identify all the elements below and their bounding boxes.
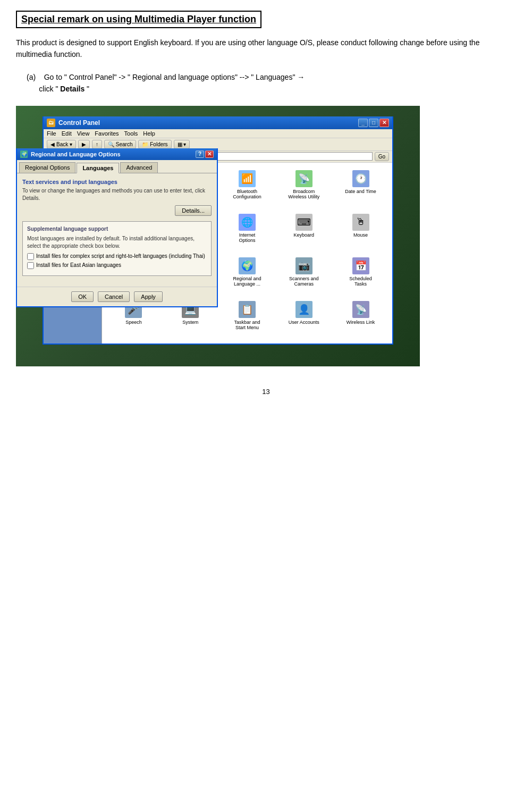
- instruction-a: (a) Go to " Control Panel" -> " Regional…: [27, 71, 516, 95]
- cp-icon-internet-options[interactable]: 🌐 InternetOptions: [221, 212, 274, 251]
- cp-icon-bluetooth[interactable]: 📶 BluetoothConfiguration: [221, 168, 274, 207]
- cp-titlebar: 🗂 Control Panel _ □ ✕: [44, 116, 392, 129]
- apply-button[interactable]: Apply: [134, 291, 163, 302]
- screenshot-container: 🗂 Control Panel _ □ ✕ File Edit View Fav…: [16, 106, 420, 366]
- cp-icon-user-accounts[interactable]: 👤 User Accounts: [277, 299, 330, 338]
- cp-icon-date-time[interactable]: 🕐 Date and Time: [334, 168, 387, 207]
- broadcom-icon: 📡: [295, 170, 313, 187]
- cp-icon-scanners-cameras[interactable]: 📷 Scanners andCameras: [277, 255, 330, 295]
- cp-minimize-button[interactable]: _: [358, 119, 368, 127]
- cp-icon-taskbar[interactable]: 📋 Taskbar andStart Menu: [221, 299, 274, 338]
- details-button-container: Details...: [22, 205, 212, 216]
- dialog-help-button[interactable]: ?: [196, 150, 204, 158]
- tab-advanced[interactable]: Advanced: [120, 162, 158, 173]
- text-services-section: Text services and input languages To vie…: [22, 179, 212, 216]
- wireless-link-icon: 📡: [352, 301, 369, 318]
- cp-icon-keyboard[interactable]: ⌨ Keyboard: [277, 212, 330, 251]
- search-button[interactable]: 🔍 Search: [104, 140, 136, 149]
- page-container: Special remark on using Multimedia Playe…: [16, 11, 516, 396]
- go-button[interactable]: Go: [375, 152, 389, 161]
- date-time-icon: 🕐: [352, 170, 369, 187]
- cp-icon-broadcom[interactable]: 📡 BroadcomWireless Utility: [277, 168, 330, 207]
- cp-icon-mouse[interactable]: 🖱 Mouse: [334, 212, 387, 251]
- supplemental-text: Most languages are installed by default.…: [27, 235, 207, 250]
- cp-window-buttons: _ □ ✕: [358, 119, 389, 127]
- tab-languages[interactable]: Languages: [77, 163, 119, 173]
- tab-regional-options[interactable]: Regional Options: [19, 162, 75, 173]
- supplemental-title: Supplemental language support: [27, 226, 207, 232]
- dialog-title-icon: 🌍: [20, 150, 28, 158]
- complex-script-label: Install files for complex script and rig…: [36, 253, 205, 259]
- forward-button[interactable]: ▶: [78, 140, 90, 149]
- folders-button[interactable]: 📁 Folders: [138, 140, 171, 149]
- menu-edit[interactable]: Edit: [62, 130, 72, 137]
- cp-icon-regional-language[interactable]: 🌍 Regional andLanguage ...: [221, 255, 274, 295]
- up-button[interactable]: ↑: [92, 140, 102, 149]
- complex-script-checkbox[interactable]: [27, 253, 34, 260]
- back-icon: ◀: [50, 141, 55, 147]
- dialog-titlebar: 🌍 Regional and Language Options ? ✕: [17, 148, 217, 160]
- checkbox-complex-script: Install files for complex script and rig…: [27, 253, 207, 260]
- menu-view[interactable]: View: [77, 130, 90, 137]
- dialog-footer: OK Cancel Apply: [17, 287, 217, 306]
- dialog-content: Text services and input languages To vie…: [17, 173, 217, 287]
- regional-language-icon: 🌍: [239, 257, 256, 274]
- cp-maximize-button[interactable]: □: [369, 119, 378, 127]
- scanners-cameras-icon: 📷: [295, 257, 313, 274]
- regional-language-dialog: 🌍 Regional and Language Options ? ✕ Regi…: [16, 148, 218, 307]
- ok-button[interactable]: OK: [71, 291, 94, 302]
- menu-help[interactable]: Help: [143, 130, 155, 137]
- details-bold: Details: [60, 85, 85, 93]
- arrow-icon: →: [297, 73, 305, 81]
- page-number: 13: [16, 388, 516, 396]
- cp-icon-scheduled-tasks[interactable]: 📅 ScheduledTasks: [334, 255, 387, 295]
- scheduled-tasks-icon: 📅: [352, 257, 369, 274]
- cp-window-icon: 🗂: [47, 119, 55, 127]
- intro-paragraph: This product is designed to support Engl…: [16, 37, 516, 61]
- details-button[interactable]: Details...: [175, 205, 212, 216]
- text-services-text: To view or change the languages and meth…: [22, 187, 212, 202]
- checkbox-east-asian: Install files for East Asian languages: [27, 262, 207, 269]
- back-button[interactable]: ◀ Back ▾: [47, 140, 76, 149]
- taskbar-icon: 📋: [239, 301, 256, 318]
- menu-file[interactable]: File: [47, 130, 56, 137]
- page-title: Special remark on using Multimedia Playe…: [16, 11, 261, 28]
- cp-menubar: File Edit View Favorites Tools Help: [44, 129, 392, 138]
- supplemental-language-group: Supplemental language support Most langu…: [22, 221, 212, 276]
- east-asian-checkbox[interactable]: [27, 262, 34, 269]
- dialog-title: Regional and Language Options: [31, 151, 121, 157]
- user-accounts-icon: 👤: [295, 301, 313, 318]
- dialog-title-buttons: ? ✕: [196, 150, 214, 158]
- cancel-button[interactable]: Cancel: [98, 291, 130, 302]
- bluetooth-icon: 📶: [239, 170, 256, 187]
- text-services-title: Text services and input languages: [22, 179, 212, 185]
- menu-tools[interactable]: Tools: [124, 130, 138, 137]
- dialog-close-button[interactable]: ✕: [205, 150, 214, 158]
- dialog-tabs: Regional Options Languages Advanced: [17, 160, 217, 173]
- cp-icon-wireless-link[interactable]: 📡 Wireless Link: [334, 299, 387, 338]
- menu-favorites[interactable]: Favorites: [95, 130, 119, 137]
- east-asian-label: Install files for East Asian languages: [36, 262, 121, 268]
- cp-close-button[interactable]: ✕: [379, 119, 389, 127]
- keyboard-icon: ⌨: [295, 214, 313, 231]
- cp-window-title: Control Panel: [58, 119, 100, 127]
- internet-options-icon: 🌐: [239, 214, 256, 231]
- views-button[interactable]: ▦ ▾: [174, 140, 190, 149]
- mouse-icon: 🖱: [352, 214, 369, 231]
